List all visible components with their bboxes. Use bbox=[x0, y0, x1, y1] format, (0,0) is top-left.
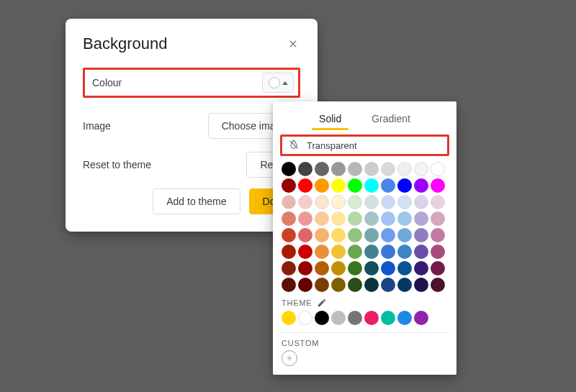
colour-swatch[interactable] bbox=[348, 228, 362, 242]
colour-swatch[interactable] bbox=[364, 178, 379, 193]
colour-swatch[interactable] bbox=[298, 211, 312, 226]
colour-swatch[interactable] bbox=[364, 228, 379, 242]
colour-swatch[interactable] bbox=[414, 178, 428, 193]
colour-swatch[interactable] bbox=[364, 245, 379, 259]
colour-swatch[interactable] bbox=[331, 195, 346, 209]
colour-swatch[interactable] bbox=[414, 195, 428, 209]
colour-swatch[interactable] bbox=[414, 211, 428, 226]
colour-swatch[interactable] bbox=[298, 278, 312, 292]
theme-colour-swatch[interactable] bbox=[397, 311, 412, 325]
colour-swatch[interactable] bbox=[348, 245, 362, 259]
colour-swatch[interactable] bbox=[364, 162, 379, 176]
colour-swatch[interactable] bbox=[397, 211, 412, 226]
colour-swatch[interactable] bbox=[381, 228, 395, 242]
colour-swatch[interactable] bbox=[348, 278, 362, 292]
add-custom-colour-button[interactable] bbox=[282, 350, 297, 366]
colour-swatch[interactable] bbox=[397, 245, 412, 259]
colour-swatch[interactable] bbox=[431, 245, 445, 259]
colour-swatch[interactable] bbox=[364, 211, 379, 226]
colour-swatch[interactable] bbox=[315, 211, 329, 226]
colour-swatch[interactable] bbox=[282, 278, 296, 292]
add-to-theme-button[interactable]: Add to theme bbox=[153, 188, 240, 214]
colour-swatch[interactable] bbox=[397, 195, 412, 209]
colour-swatch[interactable] bbox=[315, 228, 329, 242]
colour-swatch[interactable] bbox=[431, 195, 445, 209]
colour-swatch[interactable] bbox=[414, 228, 428, 242]
colour-swatch[interactable] bbox=[331, 278, 346, 292]
theme-colour-swatch[interactable] bbox=[298, 311, 312, 325]
colour-swatch[interactable] bbox=[298, 245, 312, 259]
colour-swatch[interactable] bbox=[381, 211, 395, 226]
transparent-option[interactable]: Transparent bbox=[280, 135, 449, 156]
colour-swatch[interactable] bbox=[348, 261, 362, 275]
theme-colour-swatch[interactable] bbox=[414, 311, 428, 325]
colour-swatch[interactable] bbox=[331, 261, 346, 275]
colour-swatch[interactable] bbox=[315, 178, 329, 193]
colour-swatch[interactable] bbox=[331, 178, 346, 193]
reset-row: Reset to theme Reset bbox=[83, 150, 300, 180]
colour-swatch[interactable] bbox=[331, 245, 346, 259]
colour-swatch[interactable] bbox=[431, 162, 445, 176]
colour-swatch[interactable] bbox=[298, 162, 312, 176]
colour-swatch[interactable] bbox=[331, 162, 346, 176]
colour-swatch[interactable] bbox=[381, 278, 395, 292]
colour-swatch[interactable] bbox=[282, 195, 296, 209]
colour-swatch[interactable] bbox=[397, 162, 412, 176]
colour-swatch[interactable] bbox=[397, 278, 412, 292]
colour-swatch[interactable] bbox=[331, 228, 346, 242]
colour-swatch[interactable] bbox=[315, 261, 329, 275]
colour-swatch[interactable] bbox=[381, 162, 395, 176]
colour-swatch[interactable] bbox=[381, 178, 395, 193]
colour-swatch[interactable] bbox=[282, 261, 296, 275]
theme-colour-swatch[interactable] bbox=[282, 311, 296, 325]
tab-solid[interactable]: Solid bbox=[316, 107, 344, 130]
colour-swatch[interactable] bbox=[431, 261, 445, 275]
colour-swatch[interactable] bbox=[381, 261, 395, 275]
colour-swatch[interactable] bbox=[431, 178, 445, 193]
colour-swatch[interactable] bbox=[331, 211, 346, 226]
close-icon[interactable] bbox=[286, 37, 300, 51]
edit-theme-icon[interactable] bbox=[317, 298, 327, 308]
colour-swatch[interactable] bbox=[282, 228, 296, 242]
colour-swatch[interactable] bbox=[348, 162, 362, 176]
image-label: Image bbox=[83, 120, 111, 132]
colour-swatch[interactable] bbox=[431, 228, 445, 242]
colour-swatch[interactable] bbox=[298, 228, 312, 242]
colour-swatch[interactable] bbox=[298, 261, 312, 275]
colour-swatch[interactable] bbox=[282, 245, 296, 259]
theme-colour-swatch[interactable] bbox=[331, 311, 346, 325]
tab-gradient[interactable]: Gradient bbox=[369, 107, 413, 130]
colour-swatch[interactable] bbox=[381, 245, 395, 259]
colour-swatch[interactable] bbox=[282, 211, 296, 226]
colour-dropdown-button[interactable] bbox=[262, 73, 294, 93]
colour-swatch[interactable] bbox=[397, 178, 412, 193]
colour-swatch[interactable] bbox=[298, 178, 312, 193]
colour-swatch[interactable] bbox=[282, 162, 296, 176]
colour-swatch[interactable] bbox=[282, 178, 296, 193]
colour-swatch[interactable] bbox=[397, 228, 412, 242]
colour-swatch[interactable] bbox=[364, 195, 379, 209]
theme-colour-swatch[interactable] bbox=[348, 311, 362, 325]
theme-colour-swatch[interactable] bbox=[315, 311, 329, 325]
colour-swatch[interactable] bbox=[364, 261, 379, 275]
colour-swatch[interactable] bbox=[397, 261, 412, 275]
colour-swatch[interactable] bbox=[315, 195, 329, 209]
colour-swatch[interactable] bbox=[431, 278, 445, 292]
colour-swatch[interactable] bbox=[315, 162, 329, 176]
colour-swatch[interactable] bbox=[414, 261, 428, 275]
theme-colour-swatch[interactable] bbox=[381, 311, 395, 325]
colour-swatch[interactable] bbox=[348, 178, 362, 193]
colour-swatch[interactable] bbox=[348, 195, 362, 209]
colour-swatch[interactable] bbox=[298, 195, 312, 209]
theme-colour-swatch[interactable] bbox=[364, 311, 379, 325]
colour-swatch[interactable] bbox=[348, 211, 362, 226]
colour-swatch[interactable] bbox=[315, 278, 329, 292]
colour-swatch[interactable] bbox=[381, 195, 395, 209]
custom-section-label: CUSTOM bbox=[282, 339, 448, 347]
colour-swatch[interactable] bbox=[414, 162, 428, 176]
colour-swatch[interactable] bbox=[414, 245, 428, 259]
colour-swatch[interactable] bbox=[431, 211, 445, 226]
colour-swatch[interactable] bbox=[414, 278, 428, 292]
colour-swatch[interactable] bbox=[315, 245, 329, 259]
colour-swatch[interactable] bbox=[364, 278, 379, 292]
